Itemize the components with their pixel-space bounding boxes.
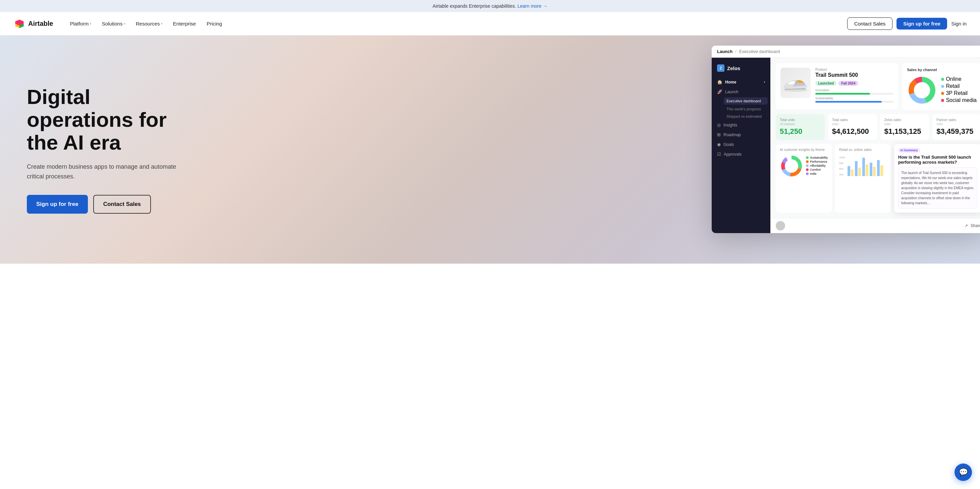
db-top-left: Product Trail Summit 500 Launched Fall 2… [776, 63, 898, 114]
logo[interactable]: Airtable [13, 18, 53, 30]
db-page-name: Executive dashboard [739, 49, 780, 54]
innovation-bar [815, 93, 870, 95]
sustainability-bar [815, 101, 882, 103]
db-body: Z Zelos 🏠 Home › 🚀 Launch Executive dash… [712, 58, 980, 233]
theme-indie-dot [806, 172, 809, 175]
sidebar-executive-dashboard[interactable]: Executive dashboard [724, 97, 768, 105]
sidebar-item-launch[interactable]: 🚀 Launch [712, 87, 770, 97]
stat-units-value: 51,250 [780, 127, 821, 136]
insights-title: AI customer insights by theme [780, 148, 828, 151]
nav-pricing[interactable]: Pricing [202, 18, 227, 29]
sales-chart: Sales by channel [902, 63, 980, 110]
chevron-down-icon: › [90, 22, 91, 25]
hero-subtitle: Create modern business apps to manage an… [27, 162, 188, 182]
home-icon: 🏠 [717, 80, 722, 84]
y-axis: 100k 80k 60k 40k [839, 156, 845, 176]
stat-partner-label: Partner sales [936, 118, 977, 122]
brand-icon: Z [717, 64, 724, 72]
sustainability-label: Sustainability [815, 97, 894, 100]
banner-link[interactable]: Learn more → [517, 3, 547, 9]
stat-sales-value: $4,612,500 [832, 127, 873, 136]
share-icon: ↗ [964, 223, 968, 228]
stat-units-label: Total units [780, 118, 821, 122]
nav-resources[interactable]: Resources › [131, 18, 167, 29]
main-nav: Airtable Platform › Solutions › Resource… [0, 12, 980, 35]
stat-total-units: Total units All markets 51,250 [776, 114, 825, 140]
hero-buttons: Sign up for free Contact Sales [27, 195, 188, 213]
hero-content: Digital operations for the AI era Create… [0, 65, 208, 234]
sidebar-item-approvals[interactable]: ☑ Approvals [712, 149, 770, 159]
sustainability-bar-bg [815, 101, 894, 103]
bar-group-3 [862, 158, 868, 176]
ai-answer: The launch of Trail Summit 500 is exceed… [898, 167, 977, 209]
legend-retail: Retail [941, 83, 977, 89]
stat-zelos-sub: USD [885, 123, 925, 126]
dashboard-preview: Launch / Executive dashboard Z Zelos 🏠 H… [712, 46, 980, 233]
theme-comfort-dot [806, 168, 809, 171]
banner-text: Airtable expands Enterprise capabilities… [433, 3, 516, 9]
db-sidebar: Z Zelos 🏠 Home › 🚀 Launch Executive dash… [712, 58, 770, 233]
sidebar-item-goals[interactable]: ◉ Goals [712, 140, 770, 149]
stat-units-sub: All markets [780, 123, 821, 126]
hero-signup-button[interactable]: Sign up for free [27, 195, 88, 213]
user-avatar[interactable] [776, 221, 785, 230]
product-image [780, 68, 811, 98]
db-header: Launch / Executive dashboard [712, 46, 980, 58]
product-info: Product Trail Summit 500 Launched Fall 2… [815, 68, 894, 105]
legend-online: Online [941, 76, 977, 82]
donut-chart [907, 75, 937, 105]
product-label: Product [815, 68, 894, 72]
approvals-icon: ☑ [717, 151, 721, 157]
innovation-bar-bg [815, 93, 894, 95]
insights-chart-area: Sustainability Performance Affordability [780, 154, 828, 178]
announcement-banner: Airtable expands Enterprise capabilities… [0, 0, 980, 12]
sidebar-item-roadmap[interactable]: ⊞ Roadmap [712, 130, 770, 140]
stat-zelos-value: $1,153,125 [885, 127, 925, 136]
signin-button[interactable]: Sign in [951, 21, 967, 27]
sidebar-shipped-vs-estimated[interactable]: Shipped vs estimated [721, 113, 770, 120]
theme-legend: Sustainability Performance Affordability [806, 156, 828, 176]
season-badge: Fall 2024 [838, 81, 858, 86]
ai-header: AI Summary [898, 148, 977, 153]
contact-sales-button[interactable]: Contact Sales [847, 18, 892, 30]
sales-chart-title: Sales by channel [907, 68, 977, 72]
svg-point-6 [914, 82, 930, 98]
share-btn[interactable]: ↗ Share [964, 223, 980, 228]
svg-point-12 [785, 159, 798, 173]
stat-total-sales: Total sales USD $4,612,500 [828, 114, 877, 140]
roadmap-icon: ⊞ [717, 132, 721, 137]
bar-chart-area: 100k 80k 60k 40k [839, 154, 887, 176]
goals-icon: ◉ [717, 142, 721, 147]
product-card: Product Trail Summit 500 Launched Fall 2… [776, 63, 898, 109]
retail-online-title: Retail vs. online sales [839, 148, 887, 151]
hero-contact-button[interactable]: Contact Sales [93, 195, 151, 213]
social-dot [941, 99, 944, 102]
signup-button[interactable]: Sign up for free [896, 18, 947, 30]
sidebar-item-insights[interactable]: ◎ Insights [712, 120, 770, 130]
stat-partner-sub: USD [936, 123, 977, 126]
logo-text: Airtable [28, 20, 53, 27]
sidebar-sub-launch: Executive dashboard This week's progress… [712, 97, 770, 120]
stat-sales-sub: USD [832, 123, 873, 126]
db-main-inner: Product Trail Summit 500 Launched Fall 2… [770, 58, 980, 218]
stat-partner-value: $3,459,375 [936, 127, 977, 136]
3p-retail-dot [941, 92, 944, 95]
sidebar-weeks-progress[interactable]: This week's progress [721, 105, 770, 113]
theme-performance-dot [806, 160, 809, 163]
db-bottom-row: AI customer insights by theme [776, 144, 980, 213]
stat-partner-sales: Partner sales USD $3,459,375 [932, 114, 980, 140]
online-dot [941, 78, 944, 81]
retail-dot [941, 85, 944, 88]
db-main: Product Trail Summit 500 Launched Fall 2… [770, 58, 980, 233]
nav-links: Platform › Solutions › Resources › Enter… [65, 18, 847, 29]
retail-online-card: Retail vs. online sales 100k 80k 60k 40k [835, 144, 891, 213]
nav-solutions[interactable]: Solutions › [97, 18, 130, 29]
nav-enterprise[interactable]: Enterprise [169, 18, 200, 29]
nav-platform[interactable]: Platform › [65, 18, 95, 29]
theme-sustainability-dot [806, 156, 809, 159]
shoe-icon [782, 73, 809, 93]
chevron-down-icon: › [124, 22, 125, 25]
sidebar-item-home[interactable]: 🏠 Home › [712, 77, 770, 87]
legend-3p-retail: 3P Retail [941, 90, 977, 96]
progress-row: Innovation Sustainability [815, 89, 894, 103]
